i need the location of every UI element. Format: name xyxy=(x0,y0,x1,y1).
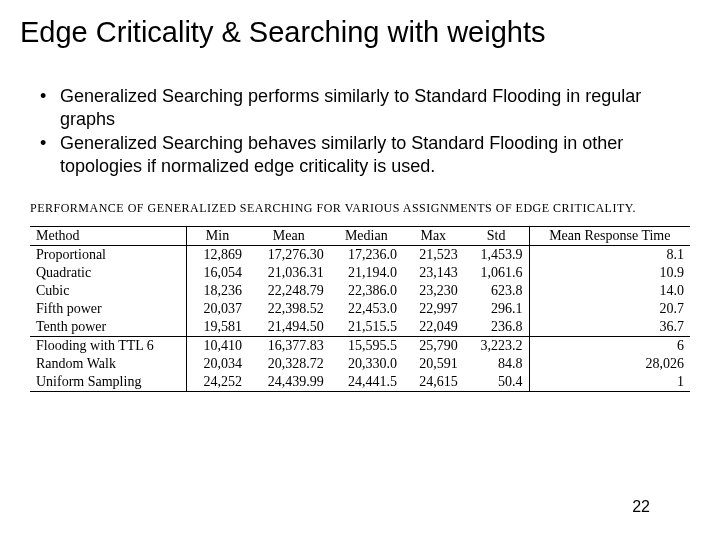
col-std: Std xyxy=(464,227,529,246)
table-row: Flooding with TTL 6 10,410 16,377.83 15,… xyxy=(30,337,690,356)
table-row: Quadratic 16,054 21,036.31 21,194.0 23,1… xyxy=(30,264,690,282)
bullet-item: Generalized Searching behaves similarly … xyxy=(40,132,700,177)
col-mrt: Mean Response Time xyxy=(529,227,690,246)
table-row: Tenth power 19,581 21,494.50 21,515.5 22… xyxy=(30,318,690,337)
performance-table: Method Min Mean Median Max Std Mean Resp… xyxy=(30,226,690,392)
page-number: 22 xyxy=(632,498,650,516)
col-median: Median xyxy=(330,227,403,246)
col-mean: Mean xyxy=(248,227,330,246)
table-row: Random Walk 20,034 20,328.72 20,330.0 20… xyxy=(30,355,690,373)
col-min: Min xyxy=(187,227,248,246)
col-method: Method xyxy=(30,227,187,246)
table-row: Uniform Sampling 24,252 24,439.99 24,441… xyxy=(30,373,690,392)
table-row: Cubic 18,236 22,248.79 22,386.0 23,230 6… xyxy=(30,282,690,300)
col-max: Max xyxy=(403,227,464,246)
table-header-row: Method Min Mean Median Max Std Mean Resp… xyxy=(30,227,690,246)
table-row: Proportional 12,869 17,276.30 17,236.0 2… xyxy=(30,246,690,265)
slide-title: Edge Criticality & Searching with weight… xyxy=(20,16,700,49)
bullet-list: Generalized Searching performs similarly… xyxy=(40,85,700,177)
bullet-item: Generalized Searching performs similarly… xyxy=(40,85,700,130)
table-caption: PERFORMANCE OF GENERALIZED SEARCHING FOR… xyxy=(30,201,700,216)
table-row: Fifth power 20,037 22,398.52 22,453.0 22… xyxy=(30,300,690,318)
